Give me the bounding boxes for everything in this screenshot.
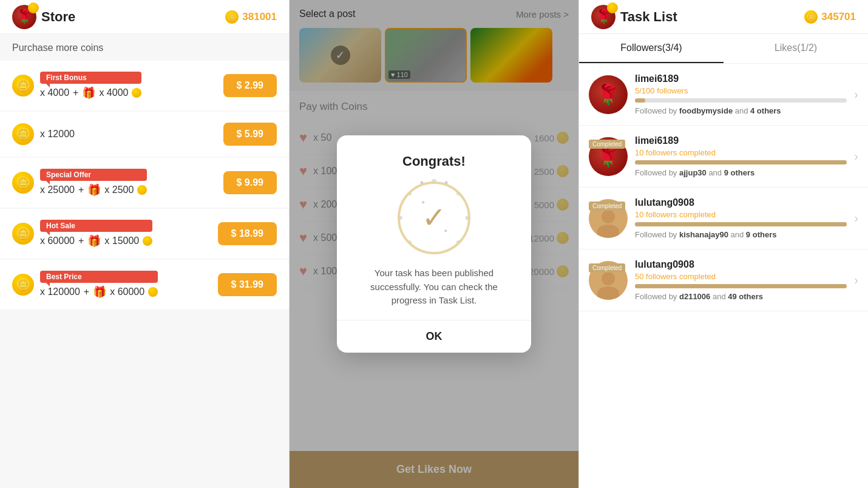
task-coin-icon: 🪙 (804, 10, 818, 24)
task-progress-label-2: 10 followers completed (635, 148, 847, 157)
person-body-3 (597, 225, 619, 238)
task-balance-value: 345701 (821, 11, 856, 23)
buy-btn-5[interactable]: $ 31.99 (218, 273, 277, 296)
item-coin-icon-4: 🪙 (12, 223, 34, 245)
task-avatar-wrapper-4: Completed (589, 261, 628, 300)
chevron-right-4: › (854, 273, 858, 287)
small-coin-5 (148, 287, 158, 297)
item-plus-3: + (78, 185, 84, 195)
gift-icon-5: 🎁 (93, 285, 106, 299)
store-title: Store (41, 9, 75, 25)
bonus-tag-5: Best Price (40, 271, 158, 283)
person-head-3 (602, 210, 615, 223)
item-coins-5: x 120000 (40, 286, 80, 297)
right-panel: Task List 🪙 345701 Followers(3/4) Likes(… (579, 0, 868, 488)
item-bonus-section-5: Best Price x 120000 + 🎁 x 60000 (40, 271, 158, 299)
right-avatar-wrapper (591, 5, 615, 29)
tab-followers[interactable]: Followers(3/4) (579, 34, 724, 63)
item-bonus-section-3: Special Offer x 25000 + 🎁 x 2500 (40, 169, 147, 197)
congrats-modal: Congrats! ✦ ✦ ○ (337, 135, 531, 353)
item-plus-4: + (78, 236, 84, 246)
store-item-2: 🪙 x 12000 $ 5.99 (0, 112, 289, 157)
coin-icon: 🪙 (225, 10, 239, 24)
gift-icon-4: 🎁 (87, 234, 101, 248)
task-info-3: lulutang0908 10 followers completed Foll… (635, 197, 847, 239)
task-followed-by-4: Followed by d211006 and 49 others (635, 292, 847, 301)
completed-badge-3: Completed (589, 202, 625, 211)
store-panel: Store 🪙 381001 Purchase more coins 🪙 Fir… (0, 0, 290, 488)
buy-btn-4[interactable]: $ 18.99 (218, 222, 277, 245)
task-username-4: lulutang0908 (635, 259, 847, 270)
task-avatar-wrapper-2: 🌹 Completed (589, 137, 628, 176)
item-coins-2: x 12000 (40, 129, 75, 140)
store-header-left: Store (12, 5, 75, 29)
task-avatar-wrapper-3: Completed (589, 199, 628, 238)
task-list-title: Task List (620, 9, 677, 25)
small-coin-3 (137, 185, 147, 195)
store-items-list: 🪙 First Bonus x 4000 + 🎁 x 4000 $ 2.99 🪙 (0, 58, 289, 488)
progress-bar-bg-3 (635, 222, 847, 226)
modal-description: Your task has been published successfull… (355, 266, 513, 320)
bonus-tag-3: Special Offer (40, 169, 147, 181)
task-followed-by-3: Followed by kishanajay90 and 9 others (635, 230, 847, 239)
buy-btn-2[interactable]: $ 5.99 (223, 123, 277, 146)
progress-bar-fill-2 (635, 160, 847, 164)
avatar-coin-badge (28, 2, 39, 13)
task-progress-label-4: 50 followers completed (635, 272, 847, 281)
task-item-2[interactable]: 🌹 Completed limei6189 10 followers compl… (579, 126, 868, 188)
item-bonus-section-4: Hot Sale x 60000 + 🎁 x 15000 (40, 220, 152, 248)
item-left-2: 🪙 x 12000 (12, 123, 75, 145)
item-desc-5: x 120000 + 🎁 x 60000 (40, 285, 158, 299)
tab-likes[interactable]: Likes(1/2) (724, 34, 868, 63)
right-header: Task List 🪙 345701 (579, 0, 868, 34)
bonus-tag-4: Hot Sale (40, 220, 152, 232)
buy-btn-3[interactable]: $ 9.99 (223, 171, 277, 194)
chevron-right-3: › (854, 211, 858, 225)
item-plus-1: + (73, 87, 78, 98)
item-coin-icon-2: 🪙 (12, 123, 34, 145)
app-avatar-wrapper (12, 5, 36, 29)
modal-ok-button[interactable]: OK (337, 320, 531, 353)
item-desc-2: x 12000 (40, 129, 75, 140)
chevron-right-1: › (854, 87, 858, 101)
gift-icon-3: 🎁 (87, 183, 101, 197)
item-coin-icon-3: 🪙 (12, 172, 34, 194)
modal-circle: ✓ (398, 181, 470, 254)
item-bonus-coins-5: x 60000 (110, 286, 144, 297)
item-desc-3: x 25000 + 🎁 x 2500 (40, 183, 147, 197)
task-avatar-rose-1: 🌹 (589, 75, 628, 114)
bonus-tag-1: First Bonus (40, 72, 141, 84)
item-left-3: 🪙 Special Offer x 25000 + 🎁 x 2500 (12, 169, 147, 197)
task-info-4: lulutang0908 50 followers completed Foll… (635, 259, 847, 301)
item-desc-4: x 60000 + 🎁 x 15000 (40, 234, 152, 248)
completed-badge-4: Completed (589, 263, 625, 273)
store-item-3: 🪙 Special Offer x 25000 + 🎁 x 2500 $ 9.9… (0, 158, 289, 208)
task-avatar-wrapper-1: 🌹 (589, 75, 628, 114)
item-coins-4: x 60000 (40, 236, 75, 246)
store-header: Store 🪙 381001 (0, 0, 289, 34)
task-item-4[interactable]: Completed lulutang0908 50 followers comp… (579, 249, 868, 311)
store-item-1: 🪙 First Bonus x 4000 + 🎁 x 4000 $ 2.99 (0, 61, 289, 110)
item-plus-5: + (84, 286, 89, 297)
task-username-3: lulutang0908 (635, 197, 847, 208)
progress-bar-fill-4 (635, 284, 847, 288)
item-desc-1: x 4000 + 🎁 x 4000 (40, 86, 141, 100)
buy-btn-1[interactable]: $ 2.99 (223, 74, 277, 97)
item-coin-icon-5: 🪙 (12, 274, 34, 296)
store-balance-value: 381001 (242, 11, 277, 23)
chevron-right-2: › (854, 149, 858, 163)
item-bonus-coins-3: x 2500 (104, 185, 134, 195)
task-info-2: limei6189 10 followers completed Followe… (635, 135, 847, 177)
item-left-5: 🪙 Best Price x 120000 + 🎁 x 60000 (12, 271, 158, 299)
store-balance: 🪙 381001 (225, 10, 277, 24)
task-item-3[interactable]: Completed lulutang0908 10 followers comp… (579, 188, 868, 249)
right-header-left: Task List (591, 5, 677, 29)
task-item-1[interactable]: 🌹 limei6189 5/100 followers Followed by … (579, 64, 868, 126)
task-username-1: limei6189 (635, 73, 847, 84)
store-item-5: 🪙 Best Price x 120000 + 🎁 x 60000 $ 31.9… (0, 260, 289, 310)
item-bonus-coins-1: x 4000 (99, 87, 128, 98)
progress-bar-bg-2 (635, 160, 847, 164)
item-left-4: 🪙 Hot Sale x 60000 + 🎁 x 15000 (12, 220, 152, 248)
item-left-1: 🪙 First Bonus x 4000 + 🎁 x 4000 (12, 72, 141, 100)
item-bonus-coins-4: x 15000 (104, 236, 139, 246)
